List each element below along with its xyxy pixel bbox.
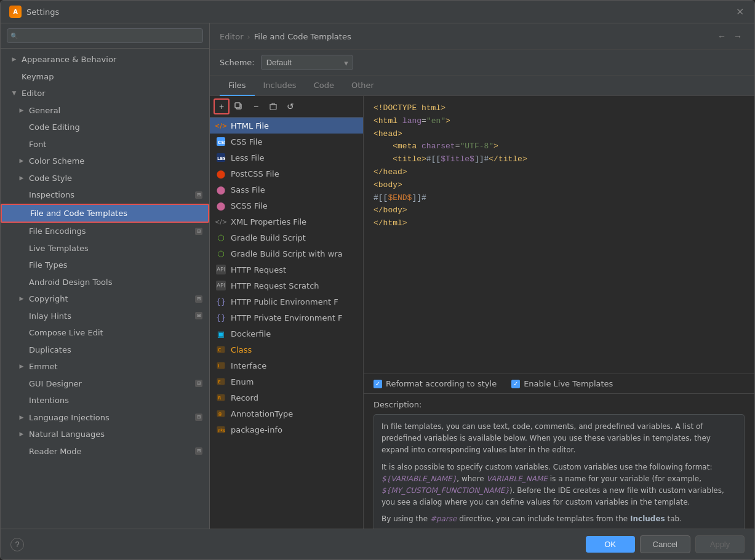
tab-files[interactable]: Files: [220, 76, 255, 96]
file-item-scss[interactable]: ⬤ SCSS File: [210, 198, 363, 214]
add-template-button[interactable]: +: [214, 98, 230, 114]
breadcrumb-parent: Editor: [220, 32, 243, 41]
footer-left: ?: [10, 538, 24, 551]
file-item-record[interactable]: R Record: [210, 390, 363, 406]
file-item-http-private[interactable]: {} HTTP Private Environment F: [210, 310, 363, 326]
code-line: <!DOCTYPE html>: [374, 102, 745, 115]
file-item-package[interactable]: pkg package-info: [210, 422, 363, 438]
tab-other[interactable]: Other: [343, 76, 383, 96]
help-button[interactable]: ?: [10, 538, 24, 551]
scheme-bar: Scheme: Default Project: [210, 50, 754, 76]
code-line: </html>: [374, 217, 745, 230]
file-item-sass[interactable]: ⬤ Sass File: [210, 182, 363, 198]
sidebar-item-file-types[interactable]: File Types: [1, 257, 209, 274]
reformat-checkbox[interactable]: [374, 380, 382, 388]
file-item-xml-properties[interactable]: </> XML Properties File: [210, 214, 363, 230]
sidebar-item-color-scheme[interactable]: Color Scheme: [1, 153, 209, 170]
code-line: <body>: [374, 179, 745, 192]
search-input[interactable]: [7, 28, 203, 43]
sidebar-item-appearance[interactable]: Appearance & Behavior: [1, 51, 209, 68]
file-item-css[interactable]: CSS CSS File: [210, 134, 363, 150]
file-item-class[interactable]: C Class: [210, 342, 363, 358]
file-item-postcss[interactable]: ⬤ PostCSS File: [210, 166, 363, 182]
file-item-name: PostCSS File: [231, 169, 279, 178]
cancel-button[interactable]: Cancel: [640, 535, 690, 553]
file-item-name: HTTP Request: [231, 265, 286, 274]
sidebar-item-label: Reader Mode: [29, 446, 82, 458]
code-line: #[[$END$]]#: [374, 192, 745, 205]
file-item-name: HTTP Public Environment F: [231, 297, 338, 306]
sidebar: Appearance & Behavior Keymap Editor Gene…: [1, 23, 210, 529]
remove-template-button[interactable]: −: [248, 98, 264, 114]
reformat-checkbox-item[interactable]: Reformat according to style: [374, 379, 497, 388]
sidebar-item-font[interactable]: Font: [1, 136, 209, 153]
sidebar-item-copyright[interactable]: Copyright ⊞: [1, 290, 209, 308]
reset-template-button[interactable]: ↺: [282, 98, 298, 114]
search-wrap: [7, 28, 203, 43]
sidebar-item-editor[interactable]: Editor: [1, 85, 209, 102]
description-title: Description:: [374, 400, 745, 409]
sidebar-item-compose-live-edit[interactable]: Compose Live Edit: [1, 324, 209, 342]
file-item-gradle[interactable]: ⬡ Gradle Build Script: [210, 230, 363, 246]
code-line: </head>: [374, 166, 745, 179]
sidebar-item-code-editing[interactable]: Code Editing: [1, 119, 209, 136]
sidebar-item-file-code-templates[interactable]: File and Code Templates: [1, 204, 209, 223]
sidebar-item-natural-languages[interactable]: Natural Languages: [1, 426, 209, 443]
interface-icon: I: [216, 361, 226, 370]
file-item-gradle-wrap[interactable]: ⬡ Gradle Build Script with wra: [210, 246, 363, 262]
tabs-bar: Files Includes Code Other: [210, 76, 754, 96]
sidebar-item-label: Font: [29, 138, 46, 151]
file-item-interface[interactable]: I Interface: [210, 358, 363, 374]
sidebar-item-emmet[interactable]: Emmet: [1, 358, 209, 375]
sidebar-item-gui-designer[interactable]: GUI Designer ⊞: [1, 375, 209, 393]
apply-button[interactable]: Apply: [695, 535, 745, 553]
close-button[interactable]: ×: [736, 7, 746, 17]
sidebar-item-file-encodings[interactable]: File Encodings ⊞: [1, 223, 209, 240]
description-text2: It is also possible to specify custom va…: [381, 462, 737, 509]
tab-includes[interactable]: Includes: [255, 76, 305, 96]
scheme-select[interactable]: Default Project: [261, 55, 353, 70]
sidebar-item-android-design[interactable]: Android Design Tools: [1, 274, 209, 291]
arrow-icon: [18, 174, 25, 182]
description-box: In file templates, you can use text, cod…: [374, 414, 745, 529]
sidebar-item-live-templates[interactable]: Live Templates: [1, 240, 209, 257]
sidebar-item-duplicates[interactable]: Duplicates: [1, 342, 209, 359]
file-item-http-request[interactable]: API HTTP Request: [210, 262, 363, 278]
postcss-file-icon: ⬤: [216, 169, 226, 178]
sidebar-item-code-style[interactable]: Code Style: [1, 170, 209, 187]
file-item-less[interactable]: LESS Less File: [210, 150, 363, 166]
file-item-name: Class: [231, 345, 252, 354]
file-item-name: Gradle Build Script: [231, 233, 306, 242]
sidebar-item-keymap[interactable]: Keymap: [1, 68, 209, 86]
code-editor[interactable]: <!DOCTYPE html> <html lang="en"> <head> …: [364, 96, 754, 374]
sidebar-item-reader-mode[interactable]: Reader Mode ⊞: [1, 443, 209, 460]
sidebar-item-label: Android Design Tools: [29, 276, 112, 289]
ok-button[interactable]: OK: [586, 536, 635, 553]
live-templates-checkbox-item[interactable]: Enable Live Templates: [511, 379, 613, 388]
sidebar-item-intentions[interactable]: Intentions: [1, 392, 209, 409]
file-item-dockerfile[interactable]: ▣ Dockerfile: [210, 326, 363, 342]
nav-forward-button[interactable]: →: [731, 30, 745, 43]
file-item-name: CSS File: [231, 137, 262, 146]
tab-code[interactable]: Code: [305, 76, 343, 96]
file-item-http-scratch[interactable]: API HTTP Request Scratch: [210, 278, 363, 294]
delete-template-button[interactable]: [265, 98, 281, 114]
sidebar-item-inspections[interactable]: Inspections ⊞: [1, 186, 209, 204]
sidebar-item-inlay-hints[interactable]: Inlay Hints ⊞: [1, 308, 209, 325]
nav-back-button[interactable]: ←: [715, 30, 729, 43]
arrow-icon: [10, 90, 18, 97]
svg-text:@: @: [218, 412, 222, 417]
css-file-icon: CSS: [216, 137, 226, 146]
file-encodings-badge: ⊞: [194, 227, 203, 236]
file-item-name: HTTP Private Environment F: [231, 313, 342, 322]
live-templates-checkbox[interactable]: [511, 380, 520, 388]
copy-template-button[interactable]: [231, 98, 247, 114]
file-item-annotation[interactable]: @ AnnotationType: [210, 406, 363, 422]
reader-mode-badge: ⊞: [194, 447, 203, 455]
sidebar-item-general[interactable]: General: [1, 102, 209, 119]
file-item-html[interactable]: </> HTML File: [210, 118, 363, 134]
file-item-http-public[interactable]: {} HTTP Public Environment F: [210, 294, 363, 310]
sidebar-item-language-injections[interactable]: Language Injections ⊞: [1, 409, 209, 426]
sidebar-item-label: Copyright: [29, 293, 68, 305]
file-item-enum[interactable]: E Enum: [210, 374, 363, 390]
